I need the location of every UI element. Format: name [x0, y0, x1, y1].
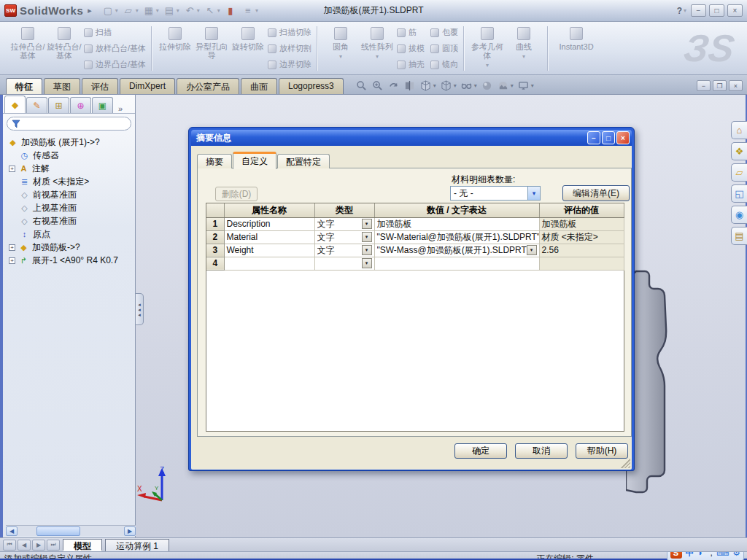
ime-shape-mode-icon[interactable]: ◗: [698, 551, 703, 558]
file-explorer-tab[interactable]: ▱: [731, 163, 747, 182]
help-button[interactable]: 帮助(H): [576, 443, 628, 459]
tree-item-root[interactable]: ◆加强筋板 (展开1)->?: [3, 136, 135, 149]
revolved-cut-button[interactable]: 旋转切除: [230, 25, 266, 51]
value-cell[interactable]: 加强筋板: [374, 217, 539, 230]
view-palette-tab[interactable]: ◱: [731, 184, 747, 203]
hole-wizard-button[interactable]: 异型孔向导: [193, 25, 230, 60]
ime-keyboard-icon[interactable]: ⌨: [716, 551, 729, 558]
configurationmanager-tab[interactable]: ⊞: [48, 97, 69, 113]
table-row[interactable]: 1 Description 文字▾ 加强筋板 加强筋板: [206, 217, 624, 230]
undo-caret-icon[interactable]: ▾: [197, 7, 200, 14]
ok-button[interactable]: 确定: [454, 443, 507, 459]
tree-item-front-plane[interactable]: ◇前视基准面: [3, 188, 135, 201]
previous-study-icon[interactable]: ◀: [18, 540, 31, 551]
delete-button[interactable]: 删除(D): [215, 187, 258, 201]
ime-punctuation-icon[interactable]: °,: [707, 551, 713, 558]
tab-office-products[interactable]: 办公室产品: [177, 78, 239, 94]
panel-horizontal-scrollbar[interactable]: ◀ ▶: [6, 525, 136, 536]
tree-item-origin[interactable]: ↕原点: [3, 228, 135, 241]
tab-sketch[interactable]: 草图: [44, 78, 80, 94]
expand-icon[interactable]: +: [9, 257, 15, 264]
dialog-minimize-button[interactable]: −: [587, 131, 600, 144]
tab-custom[interactable]: 自定义: [233, 152, 276, 169]
reference-geometry-button[interactable]: 参考几何体▾: [469, 25, 506, 70]
cancel-button[interactable]: 取消: [515, 443, 568, 459]
manager-tabs-more-icon[interactable]: »: [118, 104, 123, 113]
rib-button[interactable]: 筋: [397, 27, 425, 38]
view-orientation-icon[interactable]: [419, 79, 432, 92]
maximize-button[interactable]: □: [709, 4, 724, 17]
tree-item-sensors[interactable]: ◷传感器: [3, 149, 135, 162]
property-name-cell[interactable]: [224, 257, 314, 270]
draft-button[interactable]: 拔模: [397, 43, 425, 54]
scrollbar-thumb[interactable]: [36, 526, 80, 536]
displaymanager-tab[interactable]: ▣: [92, 97, 113, 113]
mirror-button[interactable]: 镜向: [430, 59, 458, 70]
help-caret-icon[interactable]: ▾: [684, 7, 686, 14]
tree-item-flatten[interactable]: +↱展开-1 <A90° R4 K0.7: [3, 254, 135, 267]
extruded-cut-button[interactable]: 拉伸切除: [157, 25, 193, 51]
panel-splitter-handle[interactable]: ◂ ◂ ◂: [136, 293, 144, 325]
graphics-area[interactable]: ◆ ✎ ⊞ ⊕ ▣ » ◆加强筋板 (展开1)->? ◷传感器 +A注解 ≣材质…: [0, 95, 747, 537]
property-name-cell[interactable]: Material: [224, 230, 314, 244]
curves-button[interactable]: 曲线▾: [506, 25, 542, 61]
lofted-boss-button[interactable]: 放样凸台/基体: [84, 43, 146, 54]
swept-boss-button[interactable]: 扫描: [84, 27, 146, 38]
hide-show-items-icon[interactable]: [460, 79, 473, 92]
curves-caret-icon[interactable]: ▾: [522, 52, 525, 61]
tab-motion-study-1[interactable]: 运动算例 1: [105, 539, 169, 551]
type-dropdown-icon[interactable]: ▾: [362, 245, 372, 255]
reference-geometry-caret-icon[interactable]: ▾: [486, 61, 489, 70]
tab-model[interactable]: 模型: [63, 539, 102, 551]
ime-sogou-icon[interactable]: S: [670, 551, 682, 559]
scroll-left-icon[interactable]: ◀: [6, 526, 18, 536]
tab-surfaces[interactable]: 曲面: [241, 78, 277, 94]
fillet-caret-icon[interactable]: ▾: [339, 52, 342, 61]
display-style-icon[interactable]: [440, 79, 452, 92]
boundary-boss-button[interactable]: 边界凸台/基体: [84, 59, 146, 70]
view-orientation-caret-icon[interactable]: ▾: [433, 82, 436, 89]
view-settings-icon[interactable]: [517, 79, 530, 92]
save-icon[interactable]: ▦: [140, 3, 158, 19]
fillet-button[interactable]: 圆角▾: [322, 25, 359, 61]
previous-view-icon[interactable]: [387, 79, 400, 92]
hide-show-caret-icon[interactable]: ▾: [474, 82, 477, 89]
type-cell[interactable]: 文字▾: [314, 244, 374, 257]
linear-pattern-caret-icon[interactable]: ▾: [376, 52, 379, 61]
instant3d-button[interactable]: Instant3D: [553, 25, 600, 51]
menu-flyout-arrow-icon[interactable]: ▸: [88, 6, 92, 15]
open-caret-icon[interactable]: ▾: [136, 7, 139, 14]
table-row[interactable]: 4 ▾: [206, 257, 624, 270]
expand-icon[interactable]: +: [9, 244, 15, 251]
zoom-to-fit-icon[interactable]: [355, 79, 368, 92]
type-cell[interactable]: ▾: [314, 257, 374, 270]
property-name-cell[interactable]: Weight: [224, 244, 314, 257]
tab-dimxpert[interactable]: DimXpert: [120, 78, 175, 94]
tab-features[interactable]: 特征: [6, 78, 42, 94]
tab-evaluate[interactable]: 评估: [82, 78, 118, 94]
ime-tools-icon[interactable]: ⚙: [732, 551, 740, 558]
tree-filter-input[interactable]: [7, 117, 131, 131]
open-icon[interactable]: ▱: [120, 3, 137, 19]
type-cell[interactable]: 文字▾: [314, 217, 374, 230]
dimxpertmanager-tab[interactable]: ⊕: [70, 97, 91, 113]
display-style-caret-icon[interactable]: ▾: [454, 82, 457, 89]
scroll-right-icon[interactable]: ▶: [124, 526, 136, 536]
view-settings-caret-icon[interactable]: ▾: [531, 82, 534, 89]
ime-chinese-mode-icon[interactable]: 中: [686, 551, 694, 559]
table-row[interactable]: 2 Material 文字▾ "SW-Material@加强筋板(展开1).SL…: [206, 230, 624, 244]
property-name-cell[interactable]: Description: [224, 217, 314, 230]
first-study-icon[interactable]: ⏮: [3, 540, 16, 551]
close-button[interactable]: ×: [727, 4, 743, 17]
select-icon[interactable]: ↖: [201, 3, 219, 19]
apply-scene-caret-icon[interactable]: ▾: [511, 82, 514, 89]
combo-dropdown-icon[interactable]: ▾: [527, 187, 540, 200]
apply-scene-icon[interactable]: [497, 79, 509, 92]
value-cell[interactable]: [374, 257, 539, 270]
revolved-boss-button[interactable]: 旋转凸台/基体: [46, 25, 82, 60]
linear-pattern-button[interactable]: 线性阵列▾: [359, 25, 395, 61]
options-icon[interactable]: ≡: [239, 3, 257, 19]
custom-properties-tab[interactable]: ▤: [731, 227, 747, 245]
expand-icon[interactable]: +: [9, 166, 15, 172]
help-icon[interactable]: ?: [677, 6, 682, 16]
